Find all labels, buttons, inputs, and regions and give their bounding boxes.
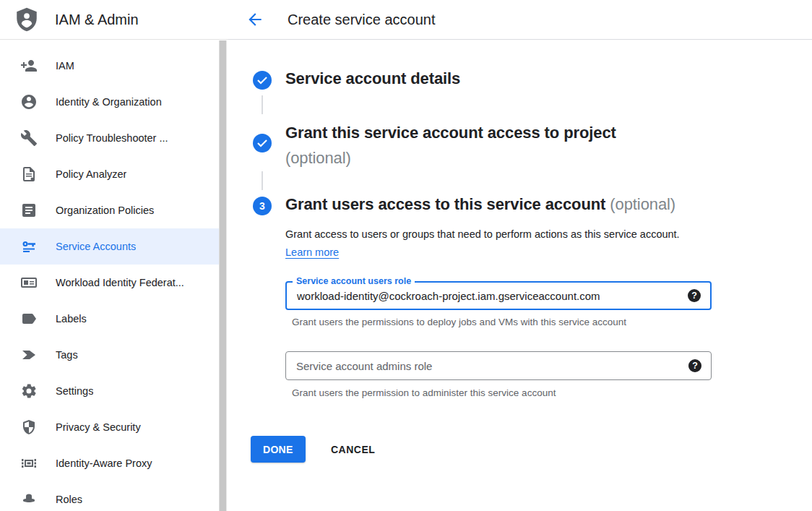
step3-description: Grant access to users or groups that nee…: [285, 226, 687, 262]
sidebar-item-label: Organization Policies: [56, 205, 154, 216]
sidebar-item-label: Identity & Organization: [56, 96, 162, 108]
policy-doc-icon: [20, 166, 38, 183]
sidebar-item-label: IAM: [56, 60, 74, 72]
step3-title-text: Grant users access to this service accou…: [285, 195, 605, 213]
sidebar-item-label: Tags: [56, 349, 78, 361]
sidebar-header: IAM & Admin: [0, 0, 228, 40]
sidebar-item-roles[interactable]: Roles: [0, 481, 219, 511]
sidebar-item-identity-organization[interactable]: Identity & Organization: [0, 84, 219, 120]
sidebar-item-label: Settings: [56, 385, 93, 397]
service-account-icon: [20, 238, 38, 255]
shield-half-icon: [20, 418, 38, 436]
users-role-help-icon[interactable]: ?: [688, 289, 701, 302]
sidebar: IAM & Admin IAMIdentity & OrganizationPo…: [0, 0, 228, 511]
step2-optional-label: (optional): [285, 145, 616, 171]
admins-role-helper-text: Grant users the permission to administer…: [292, 387, 556, 398]
create-service-account-screen: IAM & Admin IAMIdentity & OrganizationPo…: [0, 0, 812, 511]
step2-check-icon: [253, 134, 272, 153]
sidebar-item-label: Service Accounts: [56, 241, 136, 252]
main-panel: Create service account Service account d…: [228, 0, 812, 511]
product-title: IAM & Admin: [55, 12, 139, 28]
admins-role-input[interactable]: [286, 352, 711, 379]
back-arrow-icon[interactable]: [246, 9, 266, 30]
tag-arrow-icon: [20, 346, 38, 364]
sidebar-item-identity-aware-proxy[interactable]: Identity-Aware Proxy: [0, 445, 219, 481]
sidebar-item-policy-analyzer[interactable]: Policy Analyzer: [0, 156, 219, 192]
sidebar-item-service-accounts[interactable]: Service Accounts: [0, 228, 219, 265]
sidebar-item-iam[interactable]: IAM: [0, 48, 219, 84]
step1-title: Service account details: [285, 69, 460, 88]
sidebar-item-policy-troubleshooter[interactable]: Policy Troubleshooter ...: [0, 120, 219, 156]
step2-title-text: Grant this service account access to pro…: [285, 124, 616, 142]
sidebar-item-workload-identity-federat[interactable]: Workload Identity Federat...: [0, 265, 219, 301]
sidebar-item-label: Roles: [56, 494, 82, 505]
admins-role-help-icon[interactable]: ?: [688, 359, 701, 372]
page-title: Create service account: [288, 0, 436, 40]
sidebar-item-label: Policy Troubleshooter ...: [56, 132, 168, 144]
sidebar-item-tags[interactable]: Tags: [0, 337, 219, 373]
done-button[interactable]: DONE: [251, 436, 306, 463]
step3-description-text: Grant access to users or groups that nee…: [285, 228, 680, 240]
sidebar-item-organization-policies[interactable]: Organization Policies: [0, 192, 219, 228]
sidebar-item-label: Policy Analyzer: [56, 168, 126, 180]
step2-title: Grant this service account access to pro…: [285, 120, 616, 171]
step3-optional-label: (optional): [610, 195, 675, 213]
proxy-icon: [20, 455, 38, 472]
service-account-users-role-field: Service account users role ?: [285, 281, 712, 310]
account-circle-icon: [20, 93, 38, 111]
iam-admin-shield-icon: [16, 7, 38, 32]
users-role-floating-label: Service account users role: [293, 276, 415, 287]
sidebar-nav: IAMIdentity & OrganizationPolicy Trouble…: [0, 48, 219, 511]
step-connector: [262, 171, 263, 190]
step-connector: [262, 95, 263, 114]
service-account-admins-role-field: ?: [285, 351, 712, 380]
label-icon: [20, 310, 38, 327]
step1-check-icon: [253, 71, 272, 90]
wrench-icon: [20, 129, 38, 147]
badge-card-icon: [20, 274, 38, 291]
step3-title: Grant users access to this service accou…: [285, 195, 675, 214]
article-icon: [20, 202, 38, 219]
sidebar-scrollbar[interactable]: [219, 40, 227, 511]
gear-icon: [20, 382, 38, 400]
learn-more-link[interactable]: Learn more: [285, 246, 339, 258]
sidebar-item-label: Labels: [56, 313, 87, 325]
sidebar-item-settings[interactable]: Settings: [0, 373, 219, 409]
sidebar-item-label: Privacy & Security: [56, 421, 141, 433]
person-add-icon: [20, 57, 38, 74]
cancel-button[interactable]: CANCEL: [325, 436, 381, 463]
sidebar-item-label: Identity-Aware Proxy: [56, 458, 152, 469]
sidebar-item-label: Workload Identity Federat...: [56, 277, 184, 288]
topbar: Create service account: [228, 0, 812, 40]
sidebar-item-privacy-security[interactable]: Privacy & Security: [0, 409, 219, 445]
step3-number-icon: 3: [253, 197, 272, 215]
users-role-helper-text: Grant users the permissions to deploy jo…: [292, 317, 626, 327]
hat-icon: [20, 491, 38, 508]
sidebar-item-labels[interactable]: Labels: [0, 301, 219, 337]
